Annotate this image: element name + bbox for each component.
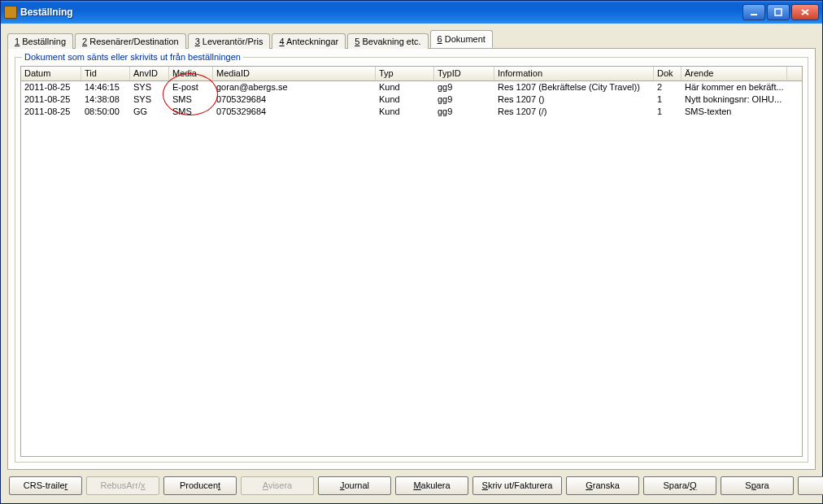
tab-resenarer[interactable]: 2 Resenärer/Destination <box>75 33 186 49</box>
col-tid[interactable]: Tid <box>81 67 130 80</box>
stang-button[interactable]: Stäng <box>798 476 823 495</box>
journal-button[interactable]: Journal <box>318 476 391 495</box>
col-info[interactable]: Information <box>494 67 654 80</box>
col-arende[interactable]: Ärende <box>681 67 787 80</box>
groupbox-title: Dokument som sänts eller skrivits ut frå… <box>22 52 243 62</box>
makulera-button[interactable]: Makulera <box>395 476 468 495</box>
table-row[interactable]: 2011-08-25 14:38:08 SYS SMS 0705329684 K… <box>21 93 802 106</box>
table-row[interactable]: 2011-08-25 14:46:15 SYS E-post goran@abe… <box>21 81 802 93</box>
tab-dokument[interactable]: 6 Dokument <box>430 30 493 48</box>
spara-button[interactable]: Spara <box>721 476 794 495</box>
svg-rect-0 <box>751 14 757 15</box>
producent-button[interactable]: Producent <box>163 476 237 495</box>
tab-panel: Dokument som sänts eller skrivits ut frå… <box>7 48 816 470</box>
window-title: Beställning <box>20 7 73 18</box>
client-area: 1 Beställning 2 Resenärer/Destination 3 … <box>1 24 822 503</box>
svg-rect-1 <box>775 9 782 15</box>
col-datum[interactable]: Datum <box>21 67 81 80</box>
tabstrip: 1 Beställning 2 Resenärer/Destination 3 … <box>7 28 816 48</box>
grid-header: Datum Tid AnvID Media MediaID Typ TypID … <box>21 67 802 81</box>
minimize-button[interactable] <box>742 4 765 20</box>
col-mediaid[interactable]: MediaID <box>213 67 376 80</box>
tab-bestallning[interactable]: 1 Beställning <box>7 33 73 49</box>
avisera-button: Avisera <box>241 476 314 495</box>
col-typ[interactable]: Typ <box>376 67 434 80</box>
rebusarr-button: RebusArr/x <box>86 476 159 495</box>
button-bar: CRS-trailer RebusArr/x Producent Avisera… <box>7 470 816 497</box>
table-row[interactable]: 2011-08-25 08:50:00 GG SMS 0705329684 Ku… <box>21 106 802 118</box>
tab-bevakning[interactable]: 5 Bevakning etc. <box>347 33 428 49</box>
app-icon <box>4 6 17 19</box>
col-dok[interactable]: Dok <box>654 67 681 80</box>
col-typid[interactable]: TypID <box>434 67 494 80</box>
document-groupbox: Dokument som sänts eller skrivits ut frå… <box>15 57 808 463</box>
grid-body: 2011-08-25 14:46:15 SYS E-post goran@abe… <box>21 81 802 456</box>
crs-trailer-button[interactable]: CRS-trailer <box>9 476 82 495</box>
maximize-button[interactable] <box>767 4 790 20</box>
tab-anteckningar[interactable]: 4 Anteckningar <box>272 33 346 49</box>
document-grid[interactable]: Datum Tid AnvID Media MediaID Typ TypID … <box>20 66 803 457</box>
window-frame: Beställning 1 Beställning 2 Resenärer/De… <box>0 0 823 504</box>
tab-leverantor[interactable]: 3 Leverantör/Pris <box>188 33 271 49</box>
granska-button[interactable]: Granska <box>566 476 639 495</box>
skriv-ut-button[interactable]: Skriv ut/Fakturera <box>472 476 562 495</box>
col-media[interactable]: Media <box>169 67 213 80</box>
spara-q-button[interactable]: Spara/Q <box>643 476 716 495</box>
col-anvid[interactable]: AnvID <box>130 67 169 80</box>
close-button[interactable] <box>791 4 819 20</box>
titlebar: Beställning <box>1 1 822 24</box>
